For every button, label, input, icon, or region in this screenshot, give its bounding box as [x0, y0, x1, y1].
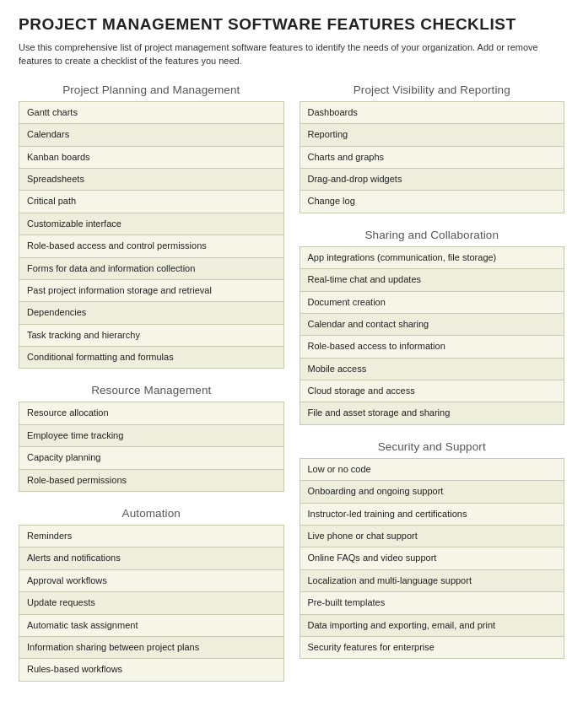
checklist-item: Data importing and exporting, email, and… [300, 614, 564, 636]
table-row: Forms for data and information collectio… [19, 257, 284, 279]
checklist-item: Charts and graphs [300, 146, 564, 168]
table-row: Past project information storage and ret… [19, 279, 284, 301]
checklist-table: DashboardsReportingCharts and graphsDrag… [300, 101, 565, 213]
checklist-item: Task tracking and hierarchy [19, 324, 284, 346]
checklist-item: Cloud storage and access [300, 380, 564, 402]
table-row: Instructor-led training and certificatio… [300, 503, 564, 525]
checklist-item: Gantt charts [19, 101, 284, 123]
table-row: App integrations (communication, file st… [300, 246, 564, 268]
table-row: Low or no code [300, 458, 564, 480]
table-row: Update requests [19, 592, 284, 614]
checklist-item: App integrations (communication, file st… [300, 246, 564, 268]
checklist-item: Critical path [19, 191, 284, 213]
table-row: Calendar and contact sharing [300, 313, 564, 335]
checklist-item: Past project information storage and ret… [19, 279, 284, 301]
section-title: Security and Support [300, 440, 565, 453]
checklist-item: Onboarding and ongoing support [300, 481, 564, 503]
table-row: Gantt charts [19, 101, 284, 123]
section-title: Project Planning and Management [19, 84, 284, 96]
table-row: Kanban boards [19, 146, 284, 168]
table-row: Role-based permissions [19, 469, 284, 491]
main-content: Project Planning and ManagementGantt cha… [19, 84, 564, 697]
section-title: Sharing and Collaboration [300, 229, 565, 241]
checklist-item: Security features for enterprise [300, 637, 564, 659]
checklist-item: Calendar and contact sharing [300, 313, 564, 335]
table-row: Conditional formatting and formulas [19, 347, 284, 369]
table-row: Customizable interface [19, 213, 284, 235]
table-row: Change log [300, 191, 564, 213]
section-security-and-support: Security and SupportLow or no codeOnboar… [300, 440, 565, 660]
checklist-item: Role-based access to information [300, 336, 564, 358]
section-project-planning-and-management: Project Planning and ManagementGantt cha… [19, 84, 284, 369]
checklist-item: Update requests [19, 592, 284, 614]
checklist-item: Change log [300, 191, 564, 213]
checklist-item: Calendars [19, 124, 284, 146]
section-title: Project Visibility and Reporting [300, 84, 565, 96]
checklist-item: Employee time tracking [19, 424, 284, 446]
section-project-visibility-and-reporting: Project Visibility and ReportingDashboar… [300, 84, 565, 213]
checklist-item: Low or no code [300, 458, 564, 480]
table-row: Security features for enterprise [300, 637, 564, 659]
checklist-item: Reminders [19, 526, 284, 547]
section-resource-management: Resource ManagementResource allocationEm… [19, 384, 284, 492]
checklist-item: Instructor-led training and certificatio… [300, 503, 564, 525]
checklist-item: Rules-based workflows [19, 659, 284, 681]
section-sharing-and-collaboration: Sharing and CollaborationApp integration… [300, 229, 565, 425]
checklist-item: File and asset storage and sharing [300, 402, 564, 424]
table-row: Approval workflows [19, 569, 284, 591]
checklist-item: Role-based access and control permission… [19, 235, 284, 257]
checklist-table: Resource allocationEmployee time trackin… [19, 402, 284, 492]
checklist-item: Pre-built templates [300, 592, 564, 614]
checklist-item: Resource allocation [19, 402, 284, 424]
right-column: Project Visibility and ReportingDashboar… [300, 84, 565, 697]
left-column: Project Planning and ManagementGantt cha… [19, 84, 284, 697]
checklist-item: Reporting [300, 124, 564, 146]
table-row: Cloud storage and access [300, 380, 564, 402]
table-row: Charts and graphs [300, 146, 564, 168]
checklist-item: Alerts and notifications [19, 547, 284, 569]
checklist-item: Dependencies [19, 302, 284, 324]
table-row: Reminders [19, 526, 284, 547]
checklist-item: Role-based permissions [19, 469, 284, 491]
table-row: Drag-and-drop widgets [300, 168, 564, 190]
table-row: Online FAQs and video support [300, 547, 564, 569]
checklist-item: Spreadsheets [19, 168, 284, 190]
table-row: Data importing and exporting, email, and… [300, 614, 564, 636]
checklist-item: Automatic task assignment [19, 614, 284, 636]
table-row: Automatic task assignment [19, 614, 284, 636]
checklist-table: RemindersAlerts and notificationsApprova… [19, 525, 284, 682]
table-row: Alerts and notifications [19, 547, 284, 569]
checklist-item: Mobile access [300, 358, 564, 380]
table-row: Task tracking and hierarchy [19, 324, 284, 346]
checklist-item: Capacity planning [19, 447, 284, 469]
table-row: File and asset storage and sharing [300, 402, 564, 424]
checklist-table: Gantt chartsCalendarsKanban boardsSpread… [19, 101, 284, 369]
page-title: PROJECT MANAGEMENT SOFTWARE FEATURES CHE… [19, 15, 564, 35]
page-subtitle: Use this comprehensive list of project m… [19, 40, 564, 68]
table-row: Role-based access to information [300, 336, 564, 358]
table-row: Role-based access and control permission… [19, 235, 284, 257]
section-automation: AutomationRemindersAlerts and notificati… [19, 507, 284, 682]
checklist-item: Kanban boards [19, 146, 284, 168]
checklist-item: Forms for data and information collectio… [19, 257, 284, 279]
table-row: Rules-based workflows [19, 659, 284, 681]
table-row: Real-time chat and updates [300, 269, 564, 291]
checklist-item: Live phone or chat support [300, 526, 564, 547]
table-row: Localization and multi-language support [300, 569, 564, 591]
checklist-item: Document creation [300, 291, 564, 313]
table-row: Resource allocation [19, 402, 284, 424]
checklist-item: Real-time chat and updates [300, 269, 564, 291]
checklist-item: Approval workflows [19, 569, 284, 591]
table-row: Live phone or chat support [300, 526, 564, 547]
checklist-item: Customizable interface [19, 213, 284, 235]
checklist-item: Drag-and-drop widgets [300, 168, 564, 190]
table-row: Dashboards [300, 101, 564, 123]
section-title: Resource Management [19, 384, 284, 396]
checklist-item: Dashboards [300, 101, 564, 123]
checklist-item: Information sharing between project plan… [19, 637, 284, 659]
checklist-item: Online FAQs and video support [300, 547, 564, 569]
checklist-table: App integrations (communication, file st… [300, 246, 565, 425]
table-row: Information sharing between project plan… [19, 637, 284, 659]
checklist-item: Localization and multi-language support [300, 569, 564, 591]
section-title: Automation [19, 507, 284, 520]
